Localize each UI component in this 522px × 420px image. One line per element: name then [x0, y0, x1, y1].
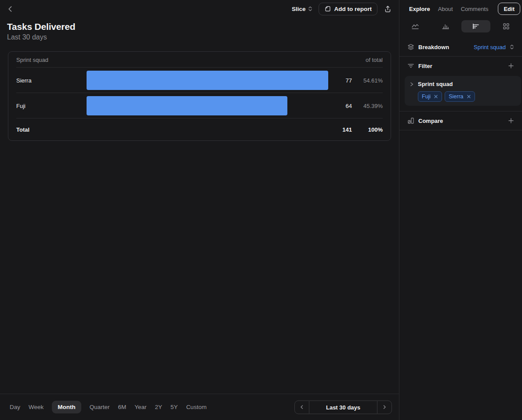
chip-label: Fuji	[422, 93, 431, 100]
chevron-right-icon	[409, 82, 414, 87]
time-range-6m[interactable]: 6M	[118, 404, 127, 410]
layers-icon	[407, 43, 414, 50]
date-pager: Last 30 days	[294, 400, 392, 414]
chart-type-switcher	[399, 18, 522, 35]
pct-column-header: of total	[352, 57, 383, 63]
tab-comments[interactable]: Comments	[461, 6, 489, 12]
time-range-list: DayWeekMonthQuarter6MYear2Y5YCustom	[10, 401, 207, 413]
compare-bars-icon	[407, 117, 414, 124]
time-range-bar: DayWeekMonthQuarter6MYear2Y5YCustom Last…	[0, 394, 399, 420]
total-label: Total	[16, 126, 87, 133]
filter-card: Sprint squad FujiSierra	[405, 76, 521, 106]
filter-row: Filter	[399, 57, 522, 75]
bar-segment[interactable]	[87, 71, 328, 90]
slice-label: Slice	[292, 6, 306, 12]
chart-panel: Slice Add to report Tas	[0, 0, 399, 420]
time-range-week[interactable]: Week	[29, 404, 44, 410]
compare-label: Compare	[418, 118, 443, 124]
filter-group-label: Sprint squad	[418, 81, 453, 87]
add-compare-button[interactable]	[508, 118, 514, 124]
tab-explore[interactable]: Explore	[409, 6, 430, 12]
prev-period-button[interactable]	[295, 401, 309, 413]
edit-button[interactable]: Edit	[498, 3, 520, 15]
chevron-up-down-icon	[308, 6, 312, 12]
filter-chips: FujiSierra	[418, 91, 517, 102]
table-row: Sierra7754.61%	[8, 68, 391, 93]
breakdown-table: Sprint squad of total Sierra7754.61%Fuji…	[8, 51, 391, 141]
table-body: Sierra7754.61%Fuji6445.39%	[8, 68, 391, 118]
chevron-left-icon	[299, 405, 304, 410]
section-divider	[399, 130, 522, 130]
share-button[interactable]	[384, 5, 392, 13]
time-range-5y[interactable]: 5Y	[170, 404, 178, 410]
line-chart-icon[interactable]	[401, 20, 430, 32]
plus-icon	[508, 118, 514, 124]
horizontal-bar-chart-icon[interactable]	[461, 20, 490, 32]
table-row: Fuji6445.39%	[8, 93, 391, 118]
filter-chip[interactable]: Fuji	[418, 91, 442, 102]
chip-label: Sierra	[449, 93, 463, 100]
column-chart-icon[interactable]	[431, 20, 460, 32]
time-range-2y[interactable]: 2Y	[155, 404, 163, 410]
row-label: Fuji	[16, 103, 87, 109]
row-value: 64	[328, 103, 352, 109]
breakdown-label: Breakdown	[418, 44, 449, 50]
add-filter-button[interactable]	[508, 63, 514, 69]
slice-selector[interactable]: Slice	[292, 6, 312, 12]
row-percent: 54.61%	[352, 77, 383, 84]
add-to-report-button[interactable]: Add to report	[319, 3, 378, 15]
remove-chip-icon[interactable]	[434, 94, 438, 99]
time-range-month[interactable]: Month	[52, 401, 81, 413]
plus-icon	[508, 63, 514, 69]
page-subtitle: Last 30 days	[7, 33, 392, 41]
chevron-left-icon	[7, 6, 14, 12]
inspector-tabs: ExploreAboutComments Edit	[399, 0, 522, 18]
breakdown-row: Breakdown Sprint squad	[399, 38, 522, 56]
filter-icon	[407, 63, 414, 69]
row-label: Sierra	[16, 77, 87, 84]
table-header: Sprint squad of total	[8, 52, 391, 68]
chevron-up-down-icon[interactable]	[510, 44, 514, 50]
back-button[interactable]	[7, 6, 14, 12]
breakdown-value[interactable]: Sprint squad	[474, 44, 506, 50]
total-percent: 100%	[352, 126, 383, 133]
time-range-day[interactable]: Day	[10, 404, 20, 410]
export-icon	[384, 5, 392, 13]
total-row: Total 141 100%	[8, 118, 391, 140]
bar-track	[87, 68, 328, 93]
rp-tab-list: ExploreAboutComments	[409, 6, 489, 12]
add-to-report-label: Add to report	[334, 6, 372, 12]
metrics-grid-icon[interactable]	[492, 20, 521, 32]
time-range-year[interactable]: Year	[134, 404, 146, 410]
report-icon	[324, 5, 331, 12]
chart-toolbar: Slice Add to report	[0, 0, 399, 18]
chevron-right-icon	[382, 405, 387, 410]
page-title: Tasks Delivered	[7, 22, 392, 32]
inspector-panel: ExploreAboutComments Edit Breakdown Sp	[399, 0, 522, 420]
filter-label: Filter	[418, 63, 432, 69]
row-percent: 45.39%	[352, 103, 383, 109]
compare-row: Compare	[399, 111, 522, 130]
remove-chip-icon[interactable]	[467, 94, 471, 99]
time-range-custom[interactable]: Custom	[186, 404, 207, 410]
filter-group-header[interactable]: Sprint squad	[409, 81, 517, 87]
row-value: 77	[328, 77, 352, 84]
bar-track	[87, 93, 328, 118]
time-range-quarter[interactable]: Quarter	[90, 404, 110, 410]
tab-about[interactable]: About	[438, 6, 453, 12]
total-value: 141	[328, 126, 352, 133]
next-period-button[interactable]	[377, 401, 392, 413]
app-root: Slice Add to report Tas	[0, 0, 522, 420]
filter-chip[interactable]: Sierra	[445, 91, 475, 102]
current-range-label: Last 30 days	[309, 404, 377, 410]
bar-segment[interactable]	[87, 96, 287, 115]
group-column-header: Sprint squad	[16, 57, 87, 63]
